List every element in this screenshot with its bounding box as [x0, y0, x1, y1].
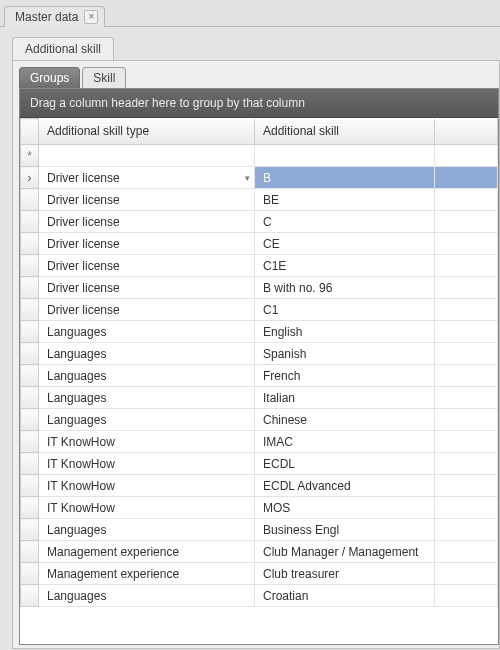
table-row[interactable]: LanguagesFrench: [21, 365, 498, 387]
cell-skill-type[interactable]: Driver license▾: [39, 167, 255, 189]
cell-skill-type[interactable]: Languages: [39, 387, 255, 409]
row-indicator-icon: [21, 387, 39, 409]
cell-skill[interactable]: C1E: [255, 255, 435, 277]
cell-skill[interactable]: CE: [255, 233, 435, 255]
new-row-skill-cell[interactable]: [255, 145, 435, 167]
cell-skill[interactable]: MOS: [255, 497, 435, 519]
table-row[interactable]: Driver licenseB with no. 96: [21, 277, 498, 299]
cell-extra[interactable]: [435, 585, 498, 607]
cell-skill[interactable]: French: [255, 365, 435, 387]
cell-skill[interactable]: Spanish: [255, 343, 435, 365]
cell-skill[interactable]: ECDL: [255, 453, 435, 475]
table-row[interactable]: LanguagesCroatian: [21, 585, 498, 607]
cell-skill[interactable]: Croatian: [255, 585, 435, 607]
cell-skill[interactable]: BE: [255, 189, 435, 211]
chevron-down-icon[interactable]: ▾: [245, 173, 250, 183]
cell-skill-type[interactable]: Driver license: [39, 255, 255, 277]
grid-table: Additional skill type Additional skill *: [20, 118, 498, 607]
new-row-type-cell[interactable]: [39, 145, 255, 167]
data-grid[interactable]: Drag a column header here to group by th…: [19, 88, 499, 645]
cell-skill[interactable]: B with no. 96: [255, 277, 435, 299]
table-row[interactable]: Driver licenseC1: [21, 299, 498, 321]
cell-skill[interactable]: ECDL Advanced: [255, 475, 435, 497]
cell-skill-type[interactable]: IT KnowHow: [39, 475, 255, 497]
tab-skill[interactable]: Skill: [82, 67, 126, 88]
cell-skill[interactable]: B: [255, 167, 435, 189]
table-row[interactable]: Management experienceClub Manager / Mana…: [21, 541, 498, 563]
close-icon[interactable]: ×: [84, 10, 98, 24]
column-header-extra[interactable]: [435, 119, 498, 145]
section-tab-additional-skill[interactable]: Additional skill: [12, 37, 114, 60]
document-tab-label: Master data: [15, 10, 78, 24]
cell-extra[interactable]: [435, 189, 498, 211]
cell-skill-type[interactable]: Driver license: [39, 299, 255, 321]
cell-skill-type[interactable]: Languages: [39, 519, 255, 541]
table-row[interactable]: Management experienceClub treasurer: [21, 563, 498, 585]
cell-extra[interactable]: [435, 277, 498, 299]
new-row-extra-cell[interactable]: [435, 145, 498, 167]
cell-extra[interactable]: [435, 563, 498, 585]
cell-extra[interactable]: [435, 541, 498, 563]
cell-skill-type[interactable]: Languages: [39, 409, 255, 431]
column-header-skill[interactable]: Additional skill: [255, 119, 435, 145]
document-tab-master-data[interactable]: Master data ×: [4, 6, 105, 27]
table-row[interactable]: LanguagesItalian: [21, 387, 498, 409]
table-row[interactable]: LanguagesSpanish: [21, 343, 498, 365]
table-row[interactable]: LanguagesEnglish: [21, 321, 498, 343]
cell-extra[interactable]: [435, 343, 498, 365]
cell-skill-type[interactable]: Management experience: [39, 541, 255, 563]
new-row[interactable]: *: [21, 145, 498, 167]
cell-extra[interactable]: [435, 409, 498, 431]
cell-skill[interactable]: C1: [255, 299, 435, 321]
cell-extra[interactable]: [435, 255, 498, 277]
cell-extra[interactable]: [435, 475, 498, 497]
cell-skill[interactable]: C: [255, 211, 435, 233]
cell-skill-type[interactable]: Management experience: [39, 563, 255, 585]
cell-extra[interactable]: [435, 387, 498, 409]
cell-skill-type[interactable]: Languages: [39, 321, 255, 343]
column-header-type[interactable]: Additional skill type: [39, 119, 255, 145]
cell-skill-type[interactable]: Languages: [39, 343, 255, 365]
row-indicator-icon: [21, 585, 39, 607]
table-row[interactable]: LanguagesBusiness Engl: [21, 519, 498, 541]
cell-extra[interactable]: [435, 299, 498, 321]
cell-extra[interactable]: [435, 321, 498, 343]
cell-skill[interactable]: Club Manager / Management: [255, 541, 435, 563]
table-row[interactable]: ›Driver license▾B: [21, 167, 498, 189]
cell-skill-type[interactable]: Driver license: [39, 189, 255, 211]
cell-extra[interactable]: [435, 431, 498, 453]
cell-skill[interactable]: Business Engl: [255, 519, 435, 541]
table-row[interactable]: IT KnowHowECDL: [21, 453, 498, 475]
cell-skill-type[interactable]: IT KnowHow: [39, 431, 255, 453]
cell-extra[interactable]: [435, 211, 498, 233]
row-indicator-icon: [21, 277, 39, 299]
cell-extra[interactable]: [435, 233, 498, 255]
cell-skill-type[interactable]: Driver license: [39, 211, 255, 233]
group-by-panel[interactable]: Drag a column header here to group by th…: [20, 89, 498, 118]
cell-skill-type[interactable]: Languages: [39, 365, 255, 387]
table-row[interactable]: Driver licenseC: [21, 211, 498, 233]
tab-groups[interactable]: Groups: [19, 67, 80, 88]
cell-extra[interactable]: [435, 453, 498, 475]
cell-extra[interactable]: [435, 365, 498, 387]
cell-skill-type[interactable]: IT KnowHow: [39, 497, 255, 519]
cell-skill[interactable]: English: [255, 321, 435, 343]
cell-skill[interactable]: Chinese: [255, 409, 435, 431]
cell-skill[interactable]: Italian: [255, 387, 435, 409]
cell-skill[interactable]: Club treasurer: [255, 563, 435, 585]
table-row[interactable]: LanguagesChinese: [21, 409, 498, 431]
table-row[interactable]: Driver licenseC1E: [21, 255, 498, 277]
cell-extra[interactable]: [435, 167, 498, 189]
cell-extra[interactable]: [435, 497, 498, 519]
table-row[interactable]: IT KnowHowMOS: [21, 497, 498, 519]
cell-skill-type[interactable]: Languages: [39, 585, 255, 607]
table-row[interactable]: Driver licenseBE: [21, 189, 498, 211]
table-row[interactable]: IT KnowHowECDL Advanced: [21, 475, 498, 497]
cell-skill-type[interactable]: IT KnowHow: [39, 453, 255, 475]
cell-extra[interactable]: [435, 519, 498, 541]
cell-skill-type[interactable]: Driver license: [39, 277, 255, 299]
cell-skill-type[interactable]: Driver license: [39, 233, 255, 255]
cell-skill[interactable]: IMAC: [255, 431, 435, 453]
table-row[interactable]: Driver licenseCE: [21, 233, 498, 255]
table-row[interactable]: IT KnowHowIMAC: [21, 431, 498, 453]
